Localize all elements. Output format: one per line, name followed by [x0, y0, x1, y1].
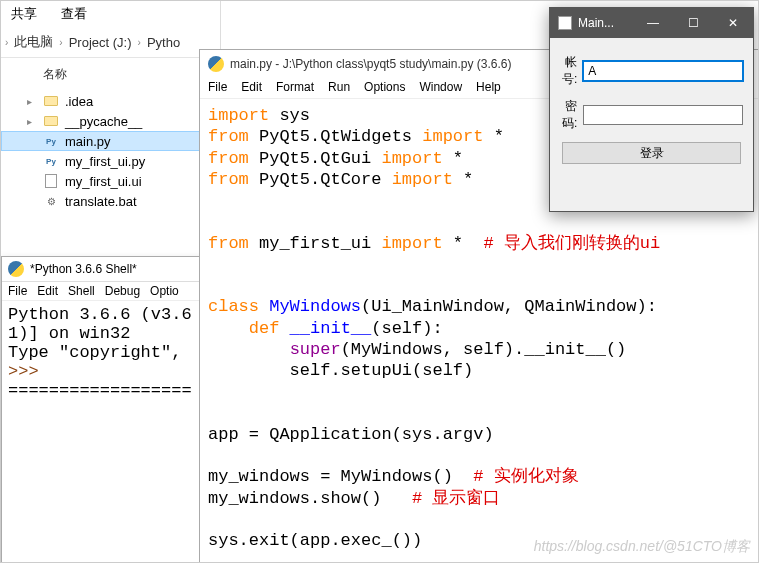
- minimize-button[interactable]: —: [633, 8, 673, 38]
- list-item[interactable]: translate.bat: [1, 191, 220, 211]
- ui-file-icon: [45, 174, 57, 188]
- login-button[interactable]: 登录: [562, 142, 741, 164]
- shell-output[interactable]: Python 3.6.6 (v3.6 1)] on win32 Type "co…: [2, 301, 228, 404]
- python-file-icon: [43, 153, 59, 169]
- chevron-right-icon: ›: [138, 37, 141, 48]
- file-list: ▸.idea ▸__pycache__ main.py my_first_ui.…: [1, 87, 220, 215]
- python-icon: [208, 56, 224, 72]
- menu-run[interactable]: Run: [328, 80, 350, 94]
- python-shell-window: *Python 3.6.6 Shell* File Edit Shell Deb…: [1, 256, 229, 563]
- running-app-window: Main... — ☐ ✕ 帐号: 密码: 登录: [549, 7, 754, 212]
- password-input[interactable]: [583, 105, 743, 125]
- menu-file[interactable]: File: [208, 80, 227, 94]
- watermark: https://blog.csdn.net/@51CTO博客: [534, 538, 750, 556]
- menu-window[interactable]: Window: [419, 80, 462, 94]
- username-input[interactable]: [583, 61, 743, 81]
- list-item[interactable]: my_first_ui.py: [1, 151, 220, 171]
- crumb[interactable]: 此电脑: [14, 33, 53, 51]
- python-file-icon: [43, 133, 59, 149]
- bat-file-icon: [43, 193, 59, 209]
- list-item[interactable]: ▸.idea: [1, 91, 220, 111]
- window-title: *Python 3.6.6 Shell*: [30, 262, 137, 276]
- menu-help[interactable]: Help: [476, 80, 501, 94]
- breadcrumb[interactable]: › 此电脑 › Project (J:) › Pytho: [1, 27, 220, 58]
- menu-edit[interactable]: Edit: [37, 284, 58, 298]
- window-title: main.py - J:\Python class\pyqt5 study\ma…: [230, 57, 511, 71]
- menu-format[interactable]: Format: [276, 80, 314, 94]
- shell-titlebar[interactable]: *Python 3.6.6 Shell*: [2, 257, 228, 282]
- folder-icon: [44, 96, 58, 106]
- maximize-button[interactable]: ☐: [673, 8, 713, 38]
- close-button[interactable]: ✕: [713, 8, 753, 38]
- username-label: 帐号:: [562, 54, 577, 88]
- menu-debug[interactable]: Debug: [105, 284, 140, 298]
- ribbon-tab-share[interactable]: 共享: [11, 5, 37, 23]
- menu-options[interactable]: Optio: [150, 284, 179, 298]
- window-title: Main...: [578, 16, 614, 30]
- app-titlebar[interactable]: Main... — ☐ ✕: [550, 8, 753, 38]
- chevron-right-icon: ›: [59, 37, 62, 48]
- crumb[interactable]: Project (J:): [69, 35, 132, 50]
- explorer-ribbon: 共享 查看: [1, 1, 220, 27]
- ribbon-tab-view[interactable]: 查看: [61, 5, 87, 23]
- app-icon: [558, 16, 572, 30]
- list-item[interactable]: my_first_ui.ui: [1, 171, 220, 191]
- shell-menubar: File Edit Shell Debug Optio: [2, 282, 228, 301]
- folder-icon: [44, 116, 58, 126]
- chevron-left-icon: ›: [5, 37, 8, 48]
- menu-file[interactable]: File: [8, 284, 27, 298]
- menu-edit[interactable]: Edit: [241, 80, 262, 94]
- python-icon: [8, 261, 24, 277]
- column-header-name[interactable]: 名称: [1, 58, 220, 87]
- crumb[interactable]: Pytho: [147, 35, 180, 50]
- password-label: 密码:: [562, 98, 577, 132]
- app-body: 帐号: 密码: 登录: [550, 38, 753, 174]
- menu-options[interactable]: Options: [364, 80, 405, 94]
- list-item[interactable]: ▸__pycache__: [1, 111, 220, 131]
- menu-shell[interactable]: Shell: [68, 284, 95, 298]
- list-item-selected[interactable]: main.py: [1, 131, 220, 151]
